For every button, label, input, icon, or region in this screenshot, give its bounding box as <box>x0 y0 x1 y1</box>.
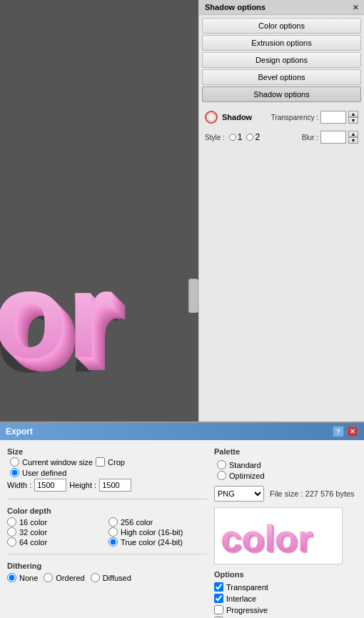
crop-checkbox[interactable] <box>96 457 105 467</box>
interlace-checkbox[interactable] <box>214 594 223 603</box>
width-label: Width : <box>7 481 31 489</box>
256color-radio[interactable] <box>108 517 118 527</box>
svg-text:or: or <box>0 247 114 383</box>
options-title: Options <box>214 570 357 579</box>
transparent-checkbox[interactable] <box>214 582 223 592</box>
current-window-radio[interactable] <box>10 457 19 467</box>
current-window-row: Current window size Crop <box>10 457 207 467</box>
color-depth-title: Color depth <box>7 507 207 515</box>
options-section: Options Transparent Interlace Progressiv… <box>214 570 357 618</box>
shadow-label: Shadow <box>222 113 252 121</box>
crop-label: Crop <box>108 458 125 467</box>
style-1-label[interactable]: 1 <box>229 132 243 142</box>
design-options-btn[interactable]: Design options <box>202 52 361 68</box>
size-title: Size <box>7 447 207 456</box>
user-defined-radio[interactable] <box>10 468 19 477</box>
user-defined-label: User defined <box>22 469 66 477</box>
canvas-area: or or or or or or or or or or or or <box>0 0 198 422</box>
format-select[interactable]: PNG JPEG BMP GIF <box>214 486 264 502</box>
style-2-radio[interactable] <box>246 134 253 141</box>
extrusion-options-btn[interactable]: Extrusion options <box>202 35 361 51</box>
bevel-options-btn[interactable]: Bevel options <box>202 69 361 85</box>
filesize-label: File size : 227 576 bytes <box>270 489 355 498</box>
64color-label: 64 color <box>19 538 47 547</box>
shadow-checkbox-circle[interactable] <box>205 111 218 124</box>
style-2-label[interactable]: 2 <box>246 132 260 142</box>
256color-row: 256 color <box>108 517 207 527</box>
standard-palette-label[interactable]: Standard <box>217 460 357 469</box>
shadow-row: Shadow Transparency : ▲ ▼ <box>205 111 358 124</box>
16color-radio[interactable] <box>7 517 16 527</box>
none-dither-text: None <box>19 574 38 582</box>
scrollbar-handle[interactable] <box>188 279 198 313</box>
style-2-text: 2 <box>255 132 260 142</box>
panel-title: Shadow options <box>205 3 266 11</box>
32color-label: 32 color <box>19 528 47 537</box>
optimized-palette-radio[interactable] <box>217 471 226 480</box>
none-dither-label[interactable]: None <box>7 573 38 582</box>
optimized-palette-label[interactable]: Optimized <box>217 471 357 480</box>
dialog-title-icons: ? ✕ <box>333 426 358 437</box>
truecolor-radio[interactable] <box>108 537 118 547</box>
size-radio-group: Current window size Crop User defined <box>7 457 207 477</box>
style-1-radio[interactable] <box>229 134 236 141</box>
dithering-title: Dithering <box>7 562 207 570</box>
highcolor-label: High color (16-bit) <box>121 528 183 537</box>
diffused-dither-text: Diffused <box>103 574 131 582</box>
shadow-checkbox-inner <box>208 114 215 121</box>
ordered-dither-label[interactable]: Ordered <box>44 573 84 582</box>
options-buttons: Color options Extrusion options Design o… <box>199 15 364 105</box>
panel-title-bar: Shadow options ✕ <box>199 0 364 15</box>
highcolor-radio[interactable] <box>108 527 118 537</box>
32color-radio[interactable] <box>7 527 16 537</box>
interlace-label: Interlace <box>226 594 256 603</box>
diffused-dither-label[interactable]: Diffused <box>91 573 131 582</box>
transparency-spin-arrows: ▲ ▼ <box>348 111 358 124</box>
size-section: Size Current window size Crop User defin… <box>7 447 207 492</box>
preview-area: color color color color <box>214 507 343 564</box>
blur-up-arrow[interactable]: ▲ <box>348 131 358 137</box>
optimized-palette-text: Optimized <box>229 472 265 480</box>
blur-label: Blur : <box>302 134 318 141</box>
32color-row: 32 color <box>7 527 106 537</box>
truecolor-label: True color (24-bit) <box>121 538 183 547</box>
help-icon[interactable]: ? <box>333 426 344 437</box>
shadow-options-btn[interactable]: Shadow options <box>202 86 361 102</box>
none-dither-radio[interactable] <box>7 573 16 582</box>
standard-palette-text: Standard <box>229 461 261 469</box>
transparency-label: Transparency : <box>271 114 318 121</box>
transparency-input[interactable] <box>320 111 346 124</box>
palette-title: Palette <box>214 447 357 456</box>
transparency-up-arrow[interactable]: ▲ <box>348 111 358 117</box>
64color-row: 64 color <box>7 537 106 547</box>
panel-close-btn[interactable]: ✕ <box>353 4 358 11</box>
color-depth-grid: 16 color 256 color 32 color High color (… <box>7 517 207 547</box>
palette-section: Palette Standard Optimized <box>214 447 357 480</box>
blur-spin-arrows: ▲ ▼ <box>348 131 358 144</box>
16color-row: 16 color <box>7 517 106 527</box>
height-label: Height : <box>69 481 96 489</box>
dithering-row: None Ordered Diffused <box>7 573 207 582</box>
user-defined-row: User defined <box>10 468 207 477</box>
blur-input[interactable] <box>320 131 346 144</box>
width-input[interactable] <box>34 479 66 492</box>
transparency-down-arrow[interactable]: ▼ <box>348 117 358 124</box>
dialog-titlebar: Export ? ✕ <box>0 423 364 440</box>
highcolor-row: High color (16-bit) <box>108 527 207 537</box>
dithering-section: Dithering None Ordered Diffused <box>7 562 207 582</box>
size-inputs: Width : Height : <box>7 479 207 492</box>
ordered-dither-radio[interactable] <box>44 573 53 582</box>
16color-label: 16 color <box>19 518 47 527</box>
diffused-dither-radio[interactable] <box>91 573 100 582</box>
progressive-row: Progressive <box>214 605 357 614</box>
standard-palette-radio[interactable] <box>217 460 226 469</box>
dialog-left: Size Current window size Crop User defin… <box>7 447 207 618</box>
blur-down-arrow[interactable]: ▼ <box>348 137 358 144</box>
progressive-checkbox[interactable] <box>214 605 223 614</box>
height-input[interactable] <box>99 479 131 492</box>
dialog-close-icon[interactable]: ✕ <box>347 426 358 437</box>
64color-radio[interactable] <box>7 537 16 547</box>
color-options-btn[interactable]: Color options <box>202 18 361 34</box>
svg-text:color: color <box>221 517 312 559</box>
style-label: Style : <box>205 134 225 141</box>
